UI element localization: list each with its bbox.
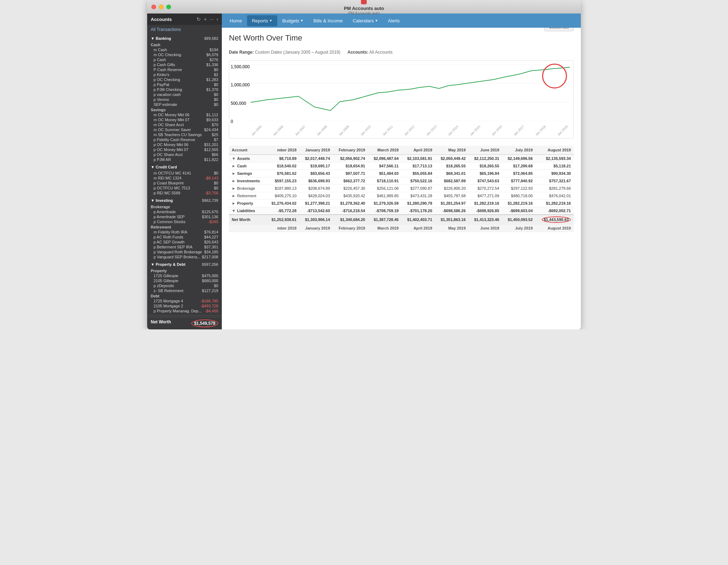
list-item[interactable]: p Vanguard SEP Brokera...$217,008: [147, 254, 222, 259]
list-item[interactable]: p vacation cash$0: [147, 92, 222, 97]
list-item[interactable]: p PJM Checking$1,379: [147, 87, 222, 92]
add-icon[interactable]: +: [204, 16, 207, 22]
list-item[interactable]: p Venmo$0: [147, 97, 222, 102]
table-footer-row: mber 2018 January 2019 February 2019 Mar…: [229, 225, 574, 232]
cell: $270,272.54: [469, 185, 502, 192]
list-item[interactable]: 1725 Mortgage 4-$186,785: [147, 298, 222, 303]
cell: -$692,002.71: [536, 207, 574, 215]
credit-card-header[interactable]: ▼ Credit Card: [147, 163, 222, 171]
list-item[interactable]: p Coast Blueprint$0: [147, 181, 222, 185]
list-item[interactable]: p Fidelity Cash Reserve$7: [147, 137, 222, 142]
list-item[interactable]: p Ameritrade SEP$301,136: [147, 214, 222, 219]
list-item[interactable]: p Common Stocks-$245: [147, 219, 222, 224]
nav-alerts[interactable]: Alerts: [383, 15, 405, 26]
cell: $2,056,902.74: [333, 155, 368, 162]
app-icon: [361, 0, 367, 4]
nav-reports[interactable]: Reports ▼: [247, 15, 277, 26]
all-transactions-link[interactable]: All Transactions: [147, 25, 222, 34]
chart-x-labels: Jan 2005 Jan 2006 Jan 2007 Jan 2008 Jan …: [251, 134, 570, 138]
list-item[interactable]: p Betterment SEP IRA$37,301: [147, 244, 222, 249]
list-item[interactable]: p zDeposits$0: [147, 283, 222, 288]
investing-header[interactable]: ▼ Investing $862,739: [147, 197, 222, 204]
x-label: Jan 2017: [513, 125, 525, 136]
cell: $1,413,323.46: [469, 215, 502, 225]
list-item[interactable]: p REI MC 5589-$3,756: [147, 190, 222, 195]
col-mar2019: March 2019: [368, 146, 401, 155]
list-item[interactable]: p OC Checking$1,283: [147, 77, 222, 82]
list-item[interactable]: p AC SEP Growth$26,643: [147, 240, 222, 244]
table-row[interactable]: ▼Liabilities -$5,772.28 -$713,542.60 -$7…: [229, 207, 574, 215]
row-label: ►Property: [229, 200, 266, 207]
list-item[interactable]: 2105 Mortgage 2-$493,728: [147, 303, 222, 308]
list-item[interactable]: 2105 Gillespie$680,000: [147, 278, 222, 283]
list-item[interactable]: 1725 Gillespie$475,000: [147, 273, 222, 278]
cell: $76,581.62: [266, 170, 299, 177]
table-row[interactable]: ►Property $1,276,434.02 $1,277,398.21 $1…: [229, 200, 574, 207]
col-jan2019: January 2019: [299, 146, 333, 155]
row-label: ►Retirement: [229, 192, 266, 200]
list-item[interactable]: m OC Money Mkt 07$9,633: [147, 117, 222, 122]
list-item[interactable]: m OC Share Acct$70: [147, 122, 222, 127]
list-item[interactable]: p OC Money Mkt 07$12,565: [147, 147, 222, 152]
list-item[interactable]: SEP estimate$0: [147, 102, 222, 107]
list-item[interactable]: p OCTFCU MC 7513$0: [147, 185, 222, 190]
investing-section: ▼ Investing $862,739 Brokerage p Ameritr…: [147, 196, 222, 260]
minimize-button[interactable]: [159, 5, 164, 9]
x-label: Jan 2015: [469, 125, 481, 136]
reports-arrow: ▼: [269, 19, 272, 22]
collapse-icon[interactable]: ‹: [216, 16, 218, 22]
app-body: Accounts ↻ + ··· ‹ All Transactions ▼ Ba…: [147, 14, 581, 329]
table-row[interactable]: ►Retirement $409,275.10 $428,024.03 $435…: [229, 192, 574, 200]
list-item[interactable]: p Property Mananag. Dep...-$4,450: [147, 308, 222, 313]
list-item[interactable]: m OC Checking$6,079: [147, 52, 222, 57]
maximize-button[interactable]: [166, 5, 171, 9]
cell: $51,484.03: [368, 170, 401, 177]
cell: $2,050,449.42: [435, 155, 469, 162]
nav-home[interactable]: Home: [225, 15, 247, 26]
cell: $68,341.01: [435, 170, 469, 177]
list-item[interactable]: p PayPal$0: [147, 82, 222, 87]
cell: $1,303,906.14: [299, 215, 333, 225]
list-item[interactable]: m OCTFCU MC 4141$0: [147, 171, 222, 176]
list-item[interactable]: m Cash$194: [147, 47, 222, 52]
row-label: ►Savings: [229, 170, 266, 177]
list-item[interactable]: p Vanguard Roth Brokerage$34,185: [147, 249, 222, 254]
list-item[interactable]: m Fidelity Roth IRA$76,814: [147, 230, 222, 235]
property-debt-header[interactable]: ▼ Property & Debt $597,256: [147, 261, 222, 268]
table-row[interactable]: ►Brokerage $187,880.13 $208,674.89 $226,…: [229, 185, 574, 192]
table-row[interactable]: ►Investments $597,155.23 $636,698.93 $66…: [229, 177, 574, 185]
list-item[interactable]: p AC Roth Funds$44,227: [147, 235, 222, 240]
list-item[interactable]: p OC Money Mkt 06$31,201: [147, 142, 222, 147]
list-item[interactable]: P Cash Reserve$0: [147, 67, 222, 72]
list-item[interactable]: z- SB Retirement$127,219: [147, 288, 222, 293]
cell: $18,265.55: [469, 162, 502, 170]
list-item[interactable]: m REI MC 1324-$8,143: [147, 176, 222, 181]
nav-calendars[interactable]: Calendars ▼: [348, 15, 383, 26]
close-button[interactable]: [151, 5, 156, 9]
cell: $1,279,326.59: [368, 200, 401, 207]
table-row[interactable]: ►Cash $18,540.02 $19,695.17 $18,654.91 $…: [229, 162, 574, 170]
customize-button[interactable]: Customize: [544, 28, 574, 31]
list-item[interactable]: p Kinko's$2: [147, 72, 222, 77]
list-item[interactable]: m OC Money Mkt 06$1,112: [147, 112, 222, 117]
credit-card-label: ▼ Credit Card: [151, 165, 177, 169]
banking-header[interactable]: ▼ Banking $89,582: [147, 35, 222, 42]
list-item[interactable]: m OC Summer Saver$24,434: [147, 127, 222, 132]
list-item[interactable]: p Cash Gifts$1,336: [147, 62, 222, 67]
cell: $297,122.93: [502, 185, 535, 192]
nav-budgets[interactable]: Budgets ▼: [277, 15, 309, 26]
refresh-icon[interactable]: ↻: [197, 16, 201, 22]
list-item[interactable]: m SB Teachers CU Savings$25: [147, 132, 222, 137]
cell: -$699,603.04: [502, 207, 535, 215]
investing-amount: $862,739: [202, 198, 218, 203]
x-label: Jan 2008: [316, 125, 328, 136]
list-item[interactable]: p Ameritrade$125,670: [147, 209, 222, 214]
table-row[interactable]: ►Savings $76,581.62 $83,656.43 $97,507.7…: [229, 170, 574, 177]
col-apr2019: April 2019: [402, 146, 435, 155]
nav-bills-income[interactable]: Bills & Income: [309, 15, 348, 26]
list-item[interactable]: p PJM AR$11,822: [147, 157, 222, 162]
more-icon[interactable]: ···: [210, 16, 214, 22]
list-item[interactable]: p OC Share Acct$66: [147, 152, 222, 157]
table-row[interactable]: ▼Assets $8,710.89 $2,017,448.74 $2,056,9…: [229, 155, 574, 162]
list-item[interactable]: p Cash$276: [147, 57, 222, 62]
